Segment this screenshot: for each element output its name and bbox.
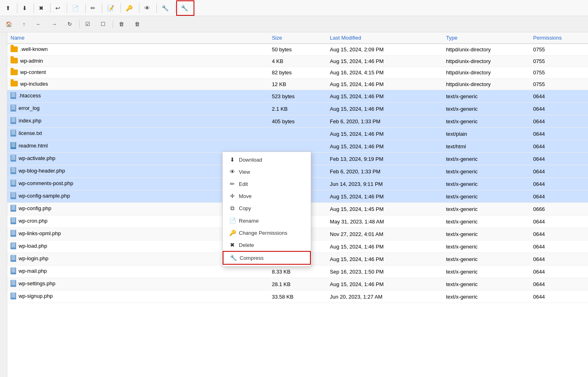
col-header-modified[interactable]: Last Modified <box>327 32 443 44</box>
rename-button[interactable]: 📄 <box>68 0 84 16</box>
file-type-cell: text/x-generic <box>443 265 530 278</box>
ctx-compress[interactable]: 🔧Compress <box>223 251 311 265</box>
file-icon <box>11 280 16 287</box>
file-icon: wp-login.php <box>11 255 48 262</box>
empty-trash-button[interactable]: 🗑 <box>131 17 145 31</box>
col-header-permissions[interactable]: Permissions <box>530 32 588 44</box>
ctx-change-permissions[interactable]: 🔑Change Permissions <box>223 227 311 239</box>
rename-icon: 📄 <box>72 5 79 11</box>
col-header-name[interactable]: Name <box>7 32 269 44</box>
ctx-delete[interactable]: ✖Delete <box>223 239 311 251</box>
permissions-button[interactable]: 🔑 <box>122 0 138 16</box>
edit-icon: ✏ <box>91 5 95 11</box>
file-modified-cell: Jun 20, 2023, 1:27 AM <box>327 291 443 303</box>
table-row[interactable]: .htaccess523 bytesAug 15, 2024, 1:46 PMt… <box>7 90 588 103</box>
ctx-view[interactable]: 👁View <box>223 166 311 178</box>
unselect-all-button[interactable]: ☐ <box>97 17 111 31</box>
ctx-rename[interactable]: 📄Rename <box>223 215 311 227</box>
restore-icon: ↩ <box>55 5 60 11</box>
table-row[interactable]: wp-includes12 KBAug 15, 2024, 1:46 PMhtt… <box>7 78 588 90</box>
file-name-text: wp-blog-header.php <box>19 168 65 174</box>
file-size-cell: 8.33 KB <box>269 265 327 278</box>
restore-button[interactable]: ↩ <box>51 0 66 16</box>
file-name-text: index.php <box>19 118 41 124</box>
table-row[interactable]: index.php405 bytesFeb 6, 2020, 1:33 PMte… <box>7 115 588 128</box>
file-permissions-cell: 0644 <box>530 291 588 303</box>
file-modified-cell: Aug 15, 2024, 1:46 PM <box>327 190 443 203</box>
file-type-cell: text/x-generic <box>443 253 530 265</box>
table-row[interactable]: wp-signup.php33.58 KBJun 20, 2023, 1:27 … <box>7 291 588 303</box>
table-row[interactable]: error_log2.1 KBAug 15, 2024, 1:46 PMtext… <box>7 103 588 115</box>
ctx-copy[interactable]: ⧉Copy <box>223 202 311 215</box>
table-row[interactable]: wp-settings.php28.1 KBAug 15, 2024, 1:46… <box>7 278 588 291</box>
select-all-button[interactable]: ☑ <box>81 17 96 31</box>
row-indicator <box>0 32 7 377</box>
view-trash-button[interactable]: 🗑 <box>115 17 130 31</box>
ctx-move[interactable]: ✛Move <box>223 190 311 202</box>
file-icon <box>11 105 16 112</box>
table-row[interactable]: .well-known50 bytesAug 15, 2024, 2:09 PM… <box>7 44 588 55</box>
file-icon <box>11 192 16 199</box>
edit-button[interactable]: ✏ <box>86 0 101 16</box>
ctx-download-label: Download <box>239 157 262 163</box>
file-name-cell: license.txt <box>7 128 269 140</box>
toolbar: ⬆ ⬇ ✖ ↩ 📄 ✏ 📝 🔑 👁 🔧 <box>0 0 588 16</box>
compress-icon: 🔧 <box>181 5 188 11</box>
file-size-cell: 523 bytes <box>269 90 327 103</box>
file-permissions-cell: 0755 <box>530 67 588 79</box>
file-name-text: wp-links-opml.php <box>19 230 61 236</box>
file-icon: wp-mail.php <box>11 267 47 274</box>
upload-button[interactable]: ⬆ <box>2 0 16 16</box>
ctx-download[interactable]: ⬇Download <box>223 154 311 166</box>
up-one-level-button[interactable]: ↑ <box>19 17 31 31</box>
col-header-type[interactable]: Type <box>443 32 530 44</box>
context-menu: ⬇Download👁View✏Edit✛Move⧉Copy📄Rename🔑Cha… <box>222 152 311 267</box>
ctx-edit[interactable]: ✏Edit <box>223 178 311 190</box>
forward-button[interactable]: → <box>48 17 63 31</box>
ctx-edit-label: Edit <box>239 181 248 187</box>
delete-icon: ✖ <box>39 5 44 11</box>
reload-button[interactable]: ↻ <box>63 17 78 31</box>
file-name-text: error_log <box>19 105 40 111</box>
ctx-rename-icon: 📄 <box>229 217 236 224</box>
compress-button[interactable]: 🔧 <box>176 0 194 16</box>
ctx-edit-icon: ✏ <box>229 181 236 187</box>
file-icon: wp-blog-header.php <box>11 167 65 174</box>
html-editor-button[interactable]: 📝 <box>103 0 120 16</box>
file-permissions-cell: 0755 <box>530 44 588 55</box>
download-button[interactable]: ⬇ <box>18 0 33 16</box>
file-type-cell: text/x-generic <box>443 228 530 240</box>
file-permissions-cell: 0755 <box>530 55 588 67</box>
ctx-compress-icon: 🔧 <box>230 255 236 261</box>
file-size-cell <box>269 140 327 153</box>
back-button[interactable]: ← <box>32 17 47 31</box>
home-button[interactable]: 🏠 <box>2 17 18 31</box>
delete-button[interactable]: ✖ <box>35 0 49 16</box>
table-row[interactable]: readme.htmlAug 15, 2024, 1:46 PMtext/htm… <box>7 140 588 153</box>
file-name-text: .htaccess <box>19 93 41 99</box>
folder-icon <box>11 70 18 75</box>
file-modified-cell: Feb 6, 2020, 1:33 PM <box>327 165 443 178</box>
ctx-view-icon: 👁 <box>229 168 236 175</box>
file-modified-cell: Jun 14, 2023, 9:11 PM <box>327 178 443 190</box>
file-name-cell: wp-mail.php <box>7 265 269 278</box>
table-row[interactable]: license.txtAug 15, 2024, 1:46 PMtext/pla… <box>7 128 588 140</box>
file-name-cell: wp-signup.php <box>7 291 269 303</box>
table-row[interactable]: wp-content82 bytesAug 16, 2024, 4:15 PMh… <box>7 67 588 79</box>
file-name-cell: wp-settings.php <box>7 278 269 291</box>
file-name-cell: index.php <box>7 115 269 128</box>
toolbar-divider-5 <box>85 3 86 13</box>
permissions-icon: 🔑 <box>126 5 133 11</box>
file-size-cell: 2.1 KB <box>269 103 327 115</box>
col-header-size[interactable]: Size <box>269 32 327 44</box>
ctx-compress-label: Compress <box>240 255 263 261</box>
file-type-cell: text/x-generic <box>443 90 530 103</box>
file-icon <box>11 267 16 274</box>
table-row[interactable]: wp-admin4 KBAug 15, 2024, 1:46 PMhttpd/u… <box>7 55 588 67</box>
file-modified-cell: Aug 15, 2024, 1:46 PM <box>327 140 443 153</box>
table-row[interactable]: wp-mail.php8.33 KBSep 16, 2023, 1:50 PMt… <box>7 265 588 278</box>
extract-button[interactable]: 🔧 <box>158 0 174 16</box>
view-button[interactable]: 👁 <box>140 0 156 16</box>
file-name-text: wp-load.php <box>19 243 47 249</box>
file-icon: wp-comments-post.php <box>11 180 73 187</box>
